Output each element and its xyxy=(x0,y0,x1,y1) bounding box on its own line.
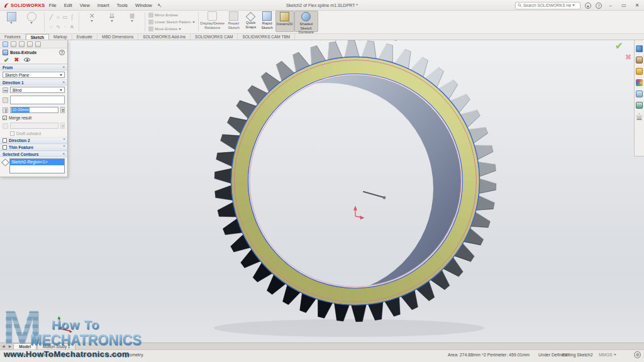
depth-spinner[interactable] xyxy=(60,107,65,113)
tab-scroll-right-icon[interactable]: ▶ xyxy=(7,343,14,349)
tab-solidworks-cam-tbm[interactable]: SOLIDWORKS CAM TBM xyxy=(238,34,295,40)
rapid-sketch-button[interactable]: Rapid Sketch xyxy=(259,11,275,32)
trim-entities-button[interactable]: ✕ xyxy=(82,11,101,33)
linear-sketch-pattern-button[interactable]: Linear Sketch Pattern xyxy=(148,19,195,26)
from-dropdown[interactable]: Sketch Plane xyxy=(3,72,65,78)
selected-contours-section-header[interactable]: Selected Contours^ xyxy=(0,151,67,157)
close-button[interactable]: ✕ xyxy=(633,0,641,11)
dimxpert-manager-tab-icon[interactable] xyxy=(27,41,33,47)
line-tool-icon[interactable]: ╱ xyxy=(50,14,53,20)
minimize-button[interactable]: – xyxy=(606,0,615,11)
sketch-icon xyxy=(7,12,16,21)
circle-tool-icon[interactable]: ○ xyxy=(57,14,60,20)
pin-icon[interactable] xyxy=(157,3,162,8)
exit-sketch-button[interactable] xyxy=(2,11,21,33)
ellipse-tool-icon[interactable]: ◌ xyxy=(50,24,53,30)
merge-result-checkbox[interactable]: ✓ xyxy=(3,116,7,120)
status-globe-icon[interactable]: ⊕ xyxy=(634,351,641,358)
move-entities-button[interactable]: Move Entities xyxy=(148,26,195,33)
menu-file[interactable]: File xyxy=(45,0,60,11)
pm-cancel-button[interactable]: ✖ xyxy=(14,57,19,63)
graphics-area[interactable] xyxy=(0,40,644,343)
convert-entities-icon: ⇊ xyxy=(109,12,114,20)
search-scope-caret-icon[interactable] xyxy=(572,4,575,6)
spline-tool-icon[interactable]: ∿ xyxy=(56,24,60,30)
search-box[interactable] xyxy=(515,2,580,9)
direction2-checkbox[interactable] xyxy=(3,138,7,143)
tab-features[interactable]: Features xyxy=(0,34,26,40)
confirm-cancel-icon[interactable]: ✖ xyxy=(625,53,631,62)
custom-properties-icon[interactable] xyxy=(636,102,643,109)
thin-feature-section-header[interactable]: Thin Featureˇ xyxy=(0,144,67,151)
shaded-sketch-contours-icon xyxy=(301,12,311,21)
contour-select-icon xyxy=(1,158,9,167)
instant2d-button[interactable]: Instant2D xyxy=(275,11,294,32)
help-icon[interactable]: ? xyxy=(596,3,602,9)
move-entities-icon xyxy=(148,26,153,31)
tab-markup[interactable]: Markup xyxy=(49,34,72,40)
solidworks-resources-icon[interactable] xyxy=(636,45,643,52)
end-condition-dropdown[interactable]: Blind xyxy=(10,87,65,93)
property-manager-tab-icon[interactable] xyxy=(3,41,8,47)
view-palette-icon[interactable] xyxy=(636,79,643,86)
menu-edit[interactable]: Edit xyxy=(60,0,76,11)
instant2d-icon xyxy=(280,12,289,21)
mirror-entities-button[interactable]: Mirror Entities xyxy=(148,12,195,19)
model-tab[interactable]: Model xyxy=(13,343,36,349)
restore-button[interactable]: ▭ xyxy=(619,0,628,11)
pm-help-icon[interactable]: ? xyxy=(59,50,65,55)
user-account-icon[interactable]: ● xyxy=(585,3,591,9)
home-icon[interactable] xyxy=(636,113,643,120)
repair-sketch-button[interactable]: Repair Sketch xyxy=(225,11,243,32)
direction-reference-icon xyxy=(3,97,8,103)
from-section-header[interactable]: From^ xyxy=(0,64,67,70)
menu-tools[interactable]: Tools xyxy=(113,0,132,11)
selected-contour-item[interactable]: Sketch2-Region<1> xyxy=(10,159,64,165)
draft-spinner[interactable] xyxy=(60,123,65,129)
convert-entities-button[interactable]: ⇊ xyxy=(103,11,121,33)
smart-dimension-button[interactable] xyxy=(22,11,41,33)
display-delete-relations-button[interactable]: Display/Delete Relations xyxy=(200,11,225,32)
status-measurements: Area: 274.88mm ^2 Perimeter: 459.01mm xyxy=(448,353,530,357)
text-tool-icon[interactable]: A xyxy=(70,24,74,30)
tab-sketch[interactable]: Sketch xyxy=(26,34,49,40)
menu-insert[interactable]: Insert xyxy=(94,0,113,11)
draft-input[interactable] xyxy=(10,123,58,129)
direction-reference-box[interactable] xyxy=(10,96,65,104)
display-manager-tab-icon[interactable] xyxy=(35,41,41,47)
arc-tool-icon[interactable]: ⌠ xyxy=(70,14,74,20)
tab-solidworks-add-ins[interactable]: SOLIDWORKS Add-Ins xyxy=(138,34,191,40)
pm-ok-button[interactable]: ✔ xyxy=(4,57,9,63)
reverse-direction-icon[interactable] xyxy=(3,87,8,93)
units-dropdown[interactable]: MMGS xyxy=(599,353,616,357)
thin-feature-checkbox[interactable] xyxy=(3,145,7,150)
direction2-section-header[interactable]: Direction 2ˇ xyxy=(0,137,67,144)
tab-mbd-dimensions[interactable]: MBD Dimensions xyxy=(97,34,138,40)
feature-manager-tab-icon[interactable] xyxy=(11,41,16,47)
direction1-section-header[interactable]: Direction 1^ xyxy=(0,79,67,85)
menu-view[interactable]: View xyxy=(76,0,94,11)
selected-contours-list[interactable]: Sketch2-Region<1> xyxy=(9,158,65,173)
depth-input[interactable]: 10.00mm xyxy=(10,107,58,113)
menu-window[interactable]: Window xyxy=(131,0,156,11)
rectangle-tool-icon[interactable]: ▭ xyxy=(63,14,68,20)
shaded-sketch-contours-button[interactable]: Shaded Sketch Contours xyxy=(294,11,318,32)
quick-snaps-button[interactable]: Quick Snaps xyxy=(243,11,259,32)
solidworks-logo: SOLIDWORKS xyxy=(4,3,45,8)
offset-entities-button[interactable]: ≣ xyxy=(123,11,142,33)
design-library-icon[interactable] xyxy=(636,57,643,63)
confirm-ok-icon[interactable]: ✔ xyxy=(615,40,623,52)
appearances-scenes-icon[interactable] xyxy=(636,90,643,97)
tab-evaluate[interactable]: Evaluate xyxy=(72,34,97,40)
point-tool-icon[interactable]: · xyxy=(64,24,66,30)
file-explorer-icon[interactable] xyxy=(636,68,643,75)
search-input[interactable] xyxy=(523,3,571,8)
tab-scroll-left-icon[interactable]: ◀ xyxy=(0,343,7,349)
smart-dimension-icon xyxy=(27,12,36,21)
draft-outward-checkbox[interactable] xyxy=(10,131,14,136)
configuration-manager-tab-icon[interactable] xyxy=(19,41,25,47)
pm-preview-icon[interactable] xyxy=(24,58,30,62)
motion-study-tab[interactable]: Motion Study 1 xyxy=(37,343,75,349)
tab-solidworks-cam[interactable]: SOLIDWORKS CAM xyxy=(191,34,238,40)
property-manager-title: Boss-Extrude xyxy=(10,50,36,55)
